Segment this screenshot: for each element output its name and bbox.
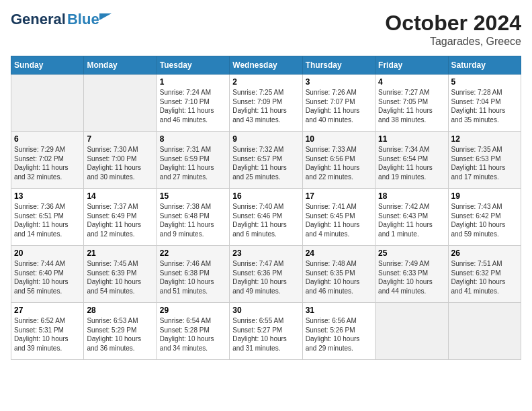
day-number: 8 xyxy=(160,134,226,144)
day-number: 24 xyxy=(306,248,372,258)
calendar-cell: 28Sunrise: 6:53 AM Sunset: 5:29 PM Dayli… xyxy=(84,303,157,360)
day-info: Sunrise: 7:27 AM Sunset: 7:05 PM Dayligh… xyxy=(378,88,445,124)
day-number: 15 xyxy=(160,191,226,201)
calendar-cell: 26Sunrise: 7:51 AM Sunset: 6:32 PM Dayli… xyxy=(448,246,521,303)
calendar-cell: 12Sunrise: 7:35 AM Sunset: 6:53 PM Dayli… xyxy=(448,132,521,189)
day-info: Sunrise: 6:52 AM Sunset: 5:31 PM Dayligh… xyxy=(14,316,81,353)
location-subtitle: Tagarades, Greece xyxy=(385,36,521,48)
calendar-cell xyxy=(84,75,157,132)
day-number: 4 xyxy=(378,77,445,87)
calendar-cell: 19Sunrise: 7:43 AM Sunset: 6:42 PM Dayli… xyxy=(448,189,521,246)
day-info: Sunrise: 7:29 AM Sunset: 7:02 PM Dayligh… xyxy=(14,145,81,181)
calendar-cell: 18Sunrise: 7:42 AM Sunset: 6:43 PM Dayli… xyxy=(375,189,448,246)
calendar-cell: 22Sunrise: 7:46 AM Sunset: 6:38 PM Dayli… xyxy=(157,246,229,303)
day-number: 21 xyxy=(87,248,153,258)
day-info: Sunrise: 7:47 AM Sunset: 6:36 PM Dayligh… xyxy=(232,259,299,295)
calendar-cell: 16Sunrise: 7:40 AM Sunset: 6:46 PM Dayli… xyxy=(230,189,302,246)
day-info: Sunrise: 7:34 AM Sunset: 6:54 PM Dayligh… xyxy=(378,145,445,181)
calendar-cell: 13Sunrise: 7:36 AM Sunset: 6:51 PM Dayli… xyxy=(11,189,84,246)
calendar-week-3: 13Sunrise: 7:36 AM Sunset: 6:51 PM Dayli… xyxy=(11,189,521,246)
calendar-cell: 7Sunrise: 7:30 AM Sunset: 7:00 PM Daylig… xyxy=(84,132,157,189)
calendar-cell: 30Sunrise: 6:55 AM Sunset: 5:27 PM Dayli… xyxy=(230,303,302,360)
day-number: 28 xyxy=(87,306,153,315)
day-number: 1 xyxy=(160,77,226,87)
logo-general: General xyxy=(11,11,66,28)
day-info: Sunrise: 6:55 AM Sunset: 5:27 PM Dayligh… xyxy=(232,316,299,353)
day-number: 2 xyxy=(232,77,299,87)
calendar-cell: 11Sunrise: 7:34 AM Sunset: 6:54 PM Dayli… xyxy=(375,132,448,189)
day-info: Sunrise: 7:33 AM Sunset: 6:56 PM Dayligh… xyxy=(306,145,372,181)
logo-arrow xyxy=(99,13,112,20)
day-info: Sunrise: 7:36 AM Sunset: 6:51 PM Dayligh… xyxy=(14,202,81,238)
calendar-cell: 31Sunrise: 6:56 AM Sunset: 5:26 PM Dayli… xyxy=(302,303,375,360)
day-info: Sunrise: 7:43 AM Sunset: 6:42 PM Dayligh… xyxy=(451,202,518,238)
day-info: Sunrise: 7:38 AM Sunset: 6:48 PM Dayligh… xyxy=(160,202,226,238)
day-number: 16 xyxy=(232,191,299,201)
column-header-wednesday: Wednesday xyxy=(230,56,302,75)
day-number: 26 xyxy=(451,248,518,258)
column-header-sunday: Sunday xyxy=(11,56,84,75)
calendar-cell: 9Sunrise: 7:32 AM Sunset: 6:57 PM Daylig… xyxy=(230,132,302,189)
day-number: 30 xyxy=(232,306,299,315)
column-header-friday: Friday xyxy=(375,56,448,75)
day-info: Sunrise: 7:28 AM Sunset: 7:04 PM Dayligh… xyxy=(451,88,518,124)
day-info: Sunrise: 7:40 AM Sunset: 6:46 PM Dayligh… xyxy=(232,202,299,238)
day-info: Sunrise: 7:46 AM Sunset: 6:38 PM Dayligh… xyxy=(160,259,226,295)
calendar-cell: 5Sunrise: 7:28 AM Sunset: 7:04 PM Daylig… xyxy=(448,75,521,132)
day-info: Sunrise: 6:53 AM Sunset: 5:29 PM Dayligh… xyxy=(87,316,153,353)
day-number: 3 xyxy=(306,77,372,87)
day-number: 29 xyxy=(160,306,226,315)
day-number: 9 xyxy=(232,134,299,144)
day-number: 14 xyxy=(87,191,153,201)
day-info: Sunrise: 7:25 AM Sunset: 7:09 PM Dayligh… xyxy=(232,88,299,124)
day-info: Sunrise: 7:42 AM Sunset: 6:43 PM Dayligh… xyxy=(378,202,445,238)
day-info: Sunrise: 7:24 AM Sunset: 7:10 PM Dayligh… xyxy=(160,88,226,124)
calendar-header: SundayMondayTuesdayWednesdayThursdayFrid… xyxy=(11,56,521,75)
calendar-cell: 23Sunrise: 7:47 AM Sunset: 6:36 PM Dayli… xyxy=(230,246,302,303)
day-number: 22 xyxy=(160,248,226,258)
day-number: 31 xyxy=(306,306,372,315)
day-number: 20 xyxy=(14,248,81,258)
calendar-cell: 8Sunrise: 7:31 AM Sunset: 6:59 PM Daylig… xyxy=(157,132,229,189)
calendar-cell: 17Sunrise: 7:41 AM Sunset: 6:45 PM Dayli… xyxy=(302,189,375,246)
day-number: 13 xyxy=(14,191,81,201)
calendar-cell: 15Sunrise: 7:38 AM Sunset: 6:48 PM Dayli… xyxy=(157,189,229,246)
day-info: Sunrise: 7:37 AM Sunset: 6:49 PM Dayligh… xyxy=(87,202,153,238)
day-info: Sunrise: 7:31 AM Sunset: 6:59 PM Dayligh… xyxy=(160,145,226,181)
column-header-tuesday: Tuesday xyxy=(157,56,229,75)
page-header: General Blue October 2024 Tagarades, Gre… xyxy=(11,11,521,48)
calendar-week-5: 27Sunrise: 6:52 AM Sunset: 5:31 PM Dayli… xyxy=(11,303,521,360)
day-info: Sunrise: 7:26 AM Sunset: 7:07 PM Dayligh… xyxy=(306,88,372,124)
day-info: Sunrise: 7:35 AM Sunset: 6:53 PM Dayligh… xyxy=(451,145,518,181)
day-info: Sunrise: 7:49 AM Sunset: 6:33 PM Dayligh… xyxy=(378,259,445,295)
day-number: 19 xyxy=(451,191,518,201)
calendar-cell: 21Sunrise: 7:45 AM Sunset: 6:39 PM Dayli… xyxy=(84,246,157,303)
calendar-week-2: 6Sunrise: 7:29 AM Sunset: 7:02 PM Daylig… xyxy=(11,132,521,189)
calendar-cell: 10Sunrise: 7:33 AM Sunset: 6:56 PM Dayli… xyxy=(302,132,375,189)
day-info: Sunrise: 7:45 AM Sunset: 6:39 PM Dayligh… xyxy=(87,259,153,295)
day-info: Sunrise: 6:54 AM Sunset: 5:28 PM Dayligh… xyxy=(160,316,226,353)
day-number: 23 xyxy=(232,248,299,258)
calendar-cell: 1Sunrise: 7:24 AM Sunset: 7:10 PM Daylig… xyxy=(157,75,229,132)
title-block: October 2024 Tagarades, Greece xyxy=(385,11,521,48)
column-header-saturday: Saturday xyxy=(448,56,521,75)
calendar-cell: 6Sunrise: 7:29 AM Sunset: 7:02 PM Daylig… xyxy=(11,132,84,189)
day-number: 25 xyxy=(378,248,445,258)
calendar-week-1: 1Sunrise: 7:24 AM Sunset: 7:10 PM Daylig… xyxy=(11,75,521,132)
calendar-cell xyxy=(375,303,448,360)
column-header-thursday: Thursday xyxy=(302,56,375,75)
calendar-cell: 4Sunrise: 7:27 AM Sunset: 7:05 PM Daylig… xyxy=(375,75,448,132)
day-number: 5 xyxy=(451,77,518,87)
calendar-cell: 14Sunrise: 7:37 AM Sunset: 6:49 PM Dayli… xyxy=(84,189,157,246)
calendar-cell: 2Sunrise: 7:25 AM Sunset: 7:09 PM Daylig… xyxy=(230,75,302,132)
calendar-cell: 27Sunrise: 6:52 AM Sunset: 5:31 PM Dayli… xyxy=(11,303,84,360)
calendar-cell: 24Sunrise: 7:48 AM Sunset: 6:35 PM Dayli… xyxy=(302,246,375,303)
day-info: Sunrise: 6:56 AM Sunset: 5:26 PM Dayligh… xyxy=(306,316,372,353)
calendar-cell: 29Sunrise: 6:54 AM Sunset: 5:28 PM Dayli… xyxy=(157,303,229,360)
day-info: Sunrise: 7:44 AM Sunset: 6:40 PM Dayligh… xyxy=(14,259,81,295)
day-info: Sunrise: 7:32 AM Sunset: 6:57 PM Dayligh… xyxy=(232,145,299,181)
calendar-cell: 3Sunrise: 7:26 AM Sunset: 7:07 PM Daylig… xyxy=(302,75,375,132)
day-number: 18 xyxy=(378,191,445,201)
day-number: 27 xyxy=(14,306,81,315)
logo: General Blue xyxy=(11,11,99,28)
